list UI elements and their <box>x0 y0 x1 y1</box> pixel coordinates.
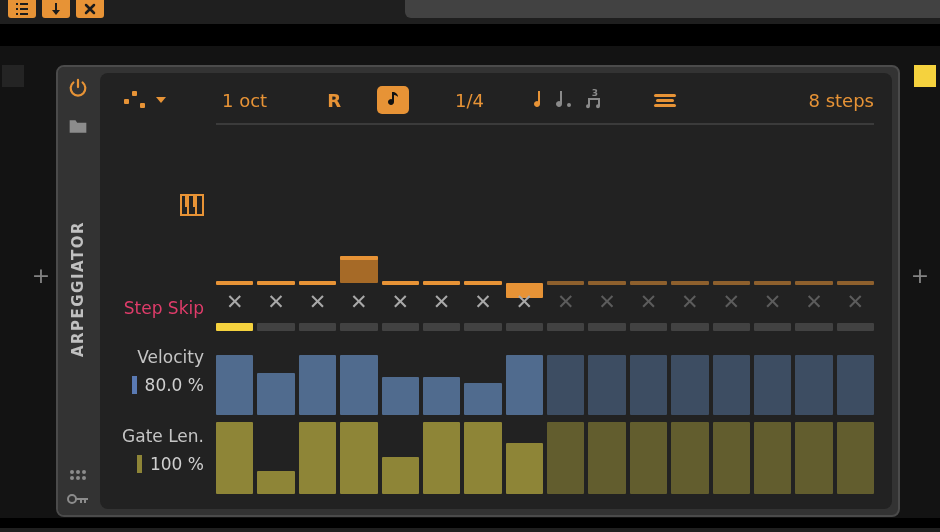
gate-step[interactable] <box>423 422 460 494</box>
toolbar-button-down[interactable] <box>42 0 70 18</box>
skip-slot[interactable] <box>795 323 832 331</box>
stepskip-lane[interactable]: ✕✕✕✕✕✕✕✕✕✕✕✕✕✕✕✕ <box>216 285 874 331</box>
stepskip-label: Step Skip <box>110 285 210 331</box>
skip-slot[interactable] <box>464 323 501 331</box>
gate-step[interactable] <box>216 422 253 494</box>
skip-step[interactable]: ✕ <box>671 287 708 317</box>
power-icon[interactable] <box>67 77 89 99</box>
velocity-step[interactable] <box>795 355 832 415</box>
drag-handle-icon[interactable] <box>68 469 88 481</box>
device-siderail: ARPEGGIATOR <box>58 67 98 515</box>
velocity-step[interactable] <box>588 355 625 415</box>
retrigger-icon[interactable] <box>654 93 676 107</box>
gate-step[interactable] <box>713 422 750 494</box>
svg-rect-10 <box>185 195 189 207</box>
gate-step[interactable] <box>257 471 294 494</box>
skip-step[interactable]: ✕ <box>216 287 253 317</box>
gate-step[interactable] <box>630 422 667 494</box>
arp-mode-dropdown[interactable] <box>156 97 166 103</box>
skip-step[interactable]: ✕ <box>340 287 377 317</box>
velocity-step[interactable] <box>216 355 253 415</box>
octave-range[interactable]: 1 oct <box>222 90 267 111</box>
skip-slot[interactable] <box>382 323 419 331</box>
skip-slot[interactable] <box>423 323 460 331</box>
arp-mode-icon[interactable] <box>124 89 146 111</box>
velocity-lane[interactable] <box>216 331 874 415</box>
gate-step[interactable] <box>837 422 874 494</box>
velocity-step[interactable] <box>671 355 708 415</box>
skip-slot[interactable] <box>257 323 294 331</box>
skip-slot[interactable] <box>630 323 667 331</box>
velocity-step[interactable] <box>506 355 543 415</box>
skip-slot[interactable] <box>713 323 750 331</box>
pitch-lane[interactable] <box>216 125 874 285</box>
skip-slot[interactable] <box>671 323 708 331</box>
skip-slot[interactable] <box>588 323 625 331</box>
skip-step[interactable]: ✕ <box>257 287 294 317</box>
add-device-right[interactable]: + <box>911 263 929 288</box>
velocity-step[interactable] <box>837 355 874 415</box>
skip-step[interactable]: ✕ <box>423 287 460 317</box>
gate-step[interactable] <box>506 443 543 494</box>
skip-step[interactable]: ✕ <box>547 287 584 317</box>
toolbar-button-list[interactable] <box>8 0 36 18</box>
gate-step[interactable] <box>464 422 501 494</box>
toolbar-button-close[interactable] <box>76 0 104 18</box>
key-icon[interactable] <box>67 493 89 505</box>
note-length-button[interactable] <box>377 86 409 114</box>
folder-icon[interactable] <box>68 117 88 135</box>
skip-slot[interactable] <box>216 323 253 331</box>
skip-step[interactable]: ✕ <box>299 287 336 317</box>
velocity-value[interactable]: 80.0 % <box>145 375 204 395</box>
gate-step[interactable] <box>754 422 791 494</box>
skip-slot[interactable] <box>837 323 874 331</box>
velocity-step[interactable] <box>547 355 584 415</box>
svg-point-7 <box>567 103 571 107</box>
velocity-step[interactable] <box>257 373 294 415</box>
velocity-step[interactable] <box>340 355 377 415</box>
gate-step[interactable] <box>588 422 625 494</box>
skip-slot[interactable] <box>340 323 377 331</box>
skip-step[interactable]: ✕ <box>795 287 832 317</box>
timing-triplet-icon[interactable]: 3 <box>584 89 606 111</box>
velocity-label: Velocity 80.0 % <box>110 331 210 410</box>
velocity-step[interactable] <box>630 355 667 415</box>
skip-slot[interactable] <box>299 323 336 331</box>
rate-mode[interactable]: R <box>327 90 341 111</box>
skip-step[interactable]: ✕ <box>837 287 874 317</box>
gatelen-lane[interactable] <box>216 410 874 494</box>
skip-step[interactable]: ✕ <box>713 287 750 317</box>
arpeggiator-device: ARPEGGIATOR <box>56 65 900 517</box>
skip-slot[interactable] <box>506 323 543 331</box>
step-count[interactable]: 8 steps <box>809 90 875 111</box>
skip-step[interactable]: ✕ <box>506 287 543 317</box>
add-device-left[interactable]: + <box>32 263 50 288</box>
time-division[interactable]: 1/4 <box>455 90 484 111</box>
gate-step[interactable] <box>382 457 419 494</box>
skip-step[interactable]: ✕ <box>754 287 791 317</box>
velocity-step[interactable] <box>299 355 336 415</box>
bottom-edge <box>0 518 940 532</box>
timing-straight-icon[interactable] <box>530 89 544 111</box>
prev-device-chip[interactable] <box>2 65 24 87</box>
timing-dotted-icon[interactable] <box>554 89 574 111</box>
gatelen-value[interactable]: 100 % <box>150 454 204 474</box>
svg-point-3 <box>70 476 74 480</box>
skip-step[interactable]: ✕ <box>464 287 501 317</box>
svg-rect-9 <box>181 195 203 215</box>
skip-step[interactable]: ✕ <box>588 287 625 317</box>
velocity-step[interactable] <box>713 355 750 415</box>
gate-step[interactable] <box>340 422 377 494</box>
skip-step[interactable]: ✕ <box>630 287 667 317</box>
velocity-step[interactable] <box>754 355 791 415</box>
gate-step[interactable] <box>547 422 584 494</box>
svg-text:3: 3 <box>592 89 598 98</box>
gate-step[interactable] <box>795 422 832 494</box>
skip-step[interactable]: ✕ <box>382 287 419 317</box>
gate-step[interactable] <box>299 422 336 494</box>
skip-slot[interactable] <box>754 323 791 331</box>
next-device-chip[interactable] <box>914 65 936 87</box>
skip-slot[interactable] <box>547 323 584 331</box>
svg-rect-11 <box>193 195 197 207</box>
gate-step[interactable] <box>671 422 708 494</box>
